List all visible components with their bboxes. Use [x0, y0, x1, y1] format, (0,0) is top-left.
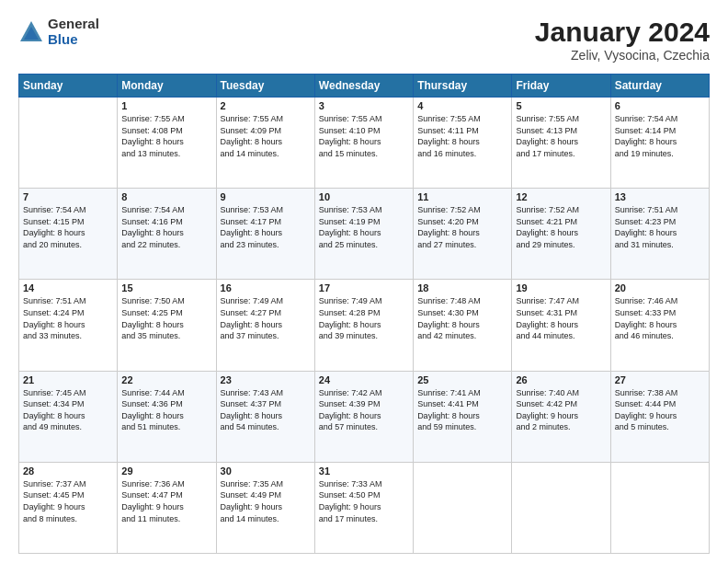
day-number: 6: [615, 100, 705, 111]
table-row: 7Sunrise: 7:54 AM Sunset: 4:15 PM Daylig…: [19, 189, 118, 280]
table-row: 18Sunrise: 7:48 AM Sunset: 4:30 PM Dayli…: [414, 280, 512, 371]
table-row: 25Sunrise: 7:41 AM Sunset: 4:41 PM Dayli…: [414, 371, 512, 462]
table-row: 15Sunrise: 7:50 AM Sunset: 4:25 PM Dayli…: [118, 280, 216, 371]
table-row: 6Sunrise: 7:54 AM Sunset: 4:14 PM Daylig…: [610, 98, 709, 189]
cell-info: Sunrise: 7:38 AM Sunset: 4:44 PM Dayligh…: [615, 387, 705, 433]
day-number: 9: [221, 191, 311, 202]
table-row: 16Sunrise: 7:49 AM Sunset: 4:27 PM Dayli…: [216, 280, 314, 371]
cell-info: Sunrise: 7:53 AM Sunset: 4:19 PM Dayligh…: [319, 204, 409, 250]
logo: General Blue: [18, 17, 99, 47]
logo-text: General Blue: [48, 17, 99, 47]
day-number: 27: [615, 374, 705, 385]
cell-info: Sunrise: 7:33 AM Sunset: 4:50 PM Dayligh…: [319, 478, 409, 524]
day-number: 8: [121, 191, 211, 202]
month-title: January 2024: [535, 17, 710, 48]
calendar-week-row: 7Sunrise: 7:54 AM Sunset: 4:15 PM Daylig…: [19, 189, 710, 280]
cell-info: Sunrise: 7:53 AM Sunset: 4:17 PM Dayligh…: [221, 204, 311, 250]
table-row: 4Sunrise: 7:55 AM Sunset: 4:11 PM Daylig…: [414, 98, 512, 189]
calendar-week-row: 1Sunrise: 7:55 AM Sunset: 4:08 PM Daylig…: [19, 98, 710, 189]
day-number: 24: [319, 374, 409, 385]
table-row: 17Sunrise: 7:49 AM Sunset: 4:28 PM Dayli…: [314, 280, 413, 371]
day-number: 30: [221, 465, 311, 477]
cell-info: Sunrise: 7:48 AM Sunset: 4:30 PM Dayligh…: [417, 295, 507, 341]
day-number: 2: [221, 100, 311, 111]
day-number: 7: [23, 191, 113, 202]
calendar-page: General Blue January 2024 Zeliv, Vysocin…: [0, 0, 728, 563]
cell-info: Sunrise: 7:44 AM Sunset: 4:36 PM Dayligh…: [121, 387, 211, 433]
day-number: 28: [23, 465, 113, 477]
header-friday: Friday: [512, 75, 610, 98]
day-number: 26: [516, 374, 606, 385]
cell-info: Sunrise: 7:42 AM Sunset: 4:39 PM Dayligh…: [319, 387, 409, 433]
table-row: 31Sunrise: 7:33 AM Sunset: 4:50 PM Dayli…: [314, 462, 413, 553]
day-number: 20: [615, 282, 705, 293]
day-number: 29: [121, 465, 211, 477]
table-row: 8Sunrise: 7:54 AM Sunset: 4:16 PM Daylig…: [118, 189, 216, 280]
table-row: [512, 462, 610, 553]
day-number: 31: [319, 465, 409, 477]
day-number: 18: [417, 282, 507, 293]
cell-info: Sunrise: 7:51 AM Sunset: 4:23 PM Dayligh…: [615, 204, 705, 250]
cell-info: Sunrise: 7:49 AM Sunset: 4:27 PM Dayligh…: [221, 295, 311, 341]
day-number: 19: [516, 282, 606, 293]
header-tuesday: Tuesday: [216, 75, 314, 98]
cell-info: Sunrise: 7:55 AM Sunset: 4:10 PM Dayligh…: [319, 113, 409, 159]
table-row: 24Sunrise: 7:42 AM Sunset: 4:39 PM Dayli…: [314, 371, 413, 462]
cell-info: Sunrise: 7:45 AM Sunset: 4:34 PM Dayligh…: [23, 387, 113, 433]
calendar-table: Sunday Monday Tuesday Wednesday Thursday…: [18, 74, 710, 554]
table-row: 20Sunrise: 7:46 AM Sunset: 4:33 PM Dayli…: [610, 280, 709, 371]
table-row: 10Sunrise: 7:53 AM Sunset: 4:19 PM Dayli…: [314, 189, 413, 280]
cell-info: Sunrise: 7:55 AM Sunset: 4:09 PM Dayligh…: [221, 113, 311, 159]
page-header: General Blue January 2024 Zeliv, Vysocin…: [18, 17, 710, 63]
location: Zeliv, Vysocina, Czechia: [535, 48, 710, 63]
day-number: 23: [221, 374, 311, 385]
cell-info: Sunrise: 7:55 AM Sunset: 4:08 PM Dayligh…: [121, 113, 211, 159]
header-sunday: Sunday: [19, 75, 118, 98]
cell-info: Sunrise: 7:35 AM Sunset: 4:49 PM Dayligh…: [221, 478, 311, 524]
day-number: 25: [417, 374, 507, 385]
cell-info: Sunrise: 7:54 AM Sunset: 4:15 PM Dayligh…: [23, 204, 113, 250]
table-row: 13Sunrise: 7:51 AM Sunset: 4:23 PM Dayli…: [610, 189, 709, 280]
table-row: 21Sunrise: 7:45 AM Sunset: 4:34 PM Dayli…: [19, 371, 118, 462]
table-row: 5Sunrise: 7:55 AM Sunset: 4:13 PM Daylig…: [512, 98, 610, 189]
cell-info: Sunrise: 7:54 AM Sunset: 4:16 PM Dayligh…: [121, 204, 211, 250]
day-number: 13: [615, 191, 705, 202]
header-wednesday: Wednesday: [314, 75, 413, 98]
logo-general: General: [48, 17, 99, 32]
cell-info: Sunrise: 7:43 AM Sunset: 4:37 PM Dayligh…: [221, 387, 311, 433]
header-monday: Monday: [118, 75, 216, 98]
table-row: 1Sunrise: 7:55 AM Sunset: 4:08 PM Daylig…: [118, 98, 216, 189]
day-number: 22: [121, 374, 211, 385]
cell-info: Sunrise: 7:49 AM Sunset: 4:28 PM Dayligh…: [319, 295, 409, 341]
cell-info: Sunrise: 7:55 AM Sunset: 4:13 PM Dayligh…: [516, 113, 606, 159]
day-number: 1: [121, 100, 211, 111]
cell-info: Sunrise: 7:54 AM Sunset: 4:14 PM Dayligh…: [615, 113, 705, 159]
calendar-week-row: 28Sunrise: 7:37 AM Sunset: 4:45 PM Dayli…: [19, 462, 710, 553]
table-row: 30Sunrise: 7:35 AM Sunset: 4:49 PM Dayli…: [216, 462, 314, 553]
day-number: 4: [417, 100, 507, 111]
day-number: 12: [516, 191, 606, 202]
day-number: 21: [23, 374, 113, 385]
logo-blue: Blue: [48, 32, 99, 48]
table-row: 2Sunrise: 7:55 AM Sunset: 4:09 PM Daylig…: [216, 98, 314, 189]
cell-info: Sunrise: 7:40 AM Sunset: 4:42 PM Dayligh…: [516, 387, 606, 433]
cell-info: Sunrise: 7:51 AM Sunset: 4:24 PM Dayligh…: [23, 295, 113, 341]
calendar-week-row: 14Sunrise: 7:51 AM Sunset: 4:24 PM Dayli…: [19, 280, 710, 371]
cell-info: Sunrise: 7:47 AM Sunset: 4:31 PM Dayligh…: [516, 295, 606, 341]
header-saturday: Saturday: [610, 75, 709, 98]
table-row: 11Sunrise: 7:52 AM Sunset: 4:20 PM Dayli…: [414, 189, 512, 280]
table-row: 26Sunrise: 7:40 AM Sunset: 4:42 PM Dayli…: [512, 371, 610, 462]
calendar-week-row: 21Sunrise: 7:45 AM Sunset: 4:34 PM Dayli…: [19, 371, 710, 462]
table-row: 28Sunrise: 7:37 AM Sunset: 4:45 PM Dayli…: [19, 462, 118, 553]
day-number: 10: [319, 191, 409, 202]
table-row: 22Sunrise: 7:44 AM Sunset: 4:36 PM Dayli…: [118, 371, 216, 462]
day-number: 16: [221, 282, 311, 293]
day-number: 17: [319, 282, 409, 293]
table-row: [610, 462, 709, 553]
cell-info: Sunrise: 7:36 AM Sunset: 4:47 PM Dayligh…: [121, 478, 211, 524]
table-row: 9Sunrise: 7:53 AM Sunset: 4:17 PM Daylig…: [216, 189, 314, 280]
table-row: 19Sunrise: 7:47 AM Sunset: 4:31 PM Dayli…: [512, 280, 610, 371]
day-number: 3: [319, 100, 409, 111]
cell-info: Sunrise: 7:52 AM Sunset: 4:21 PM Dayligh…: [516, 204, 606, 250]
header-thursday: Thursday: [414, 75, 512, 98]
